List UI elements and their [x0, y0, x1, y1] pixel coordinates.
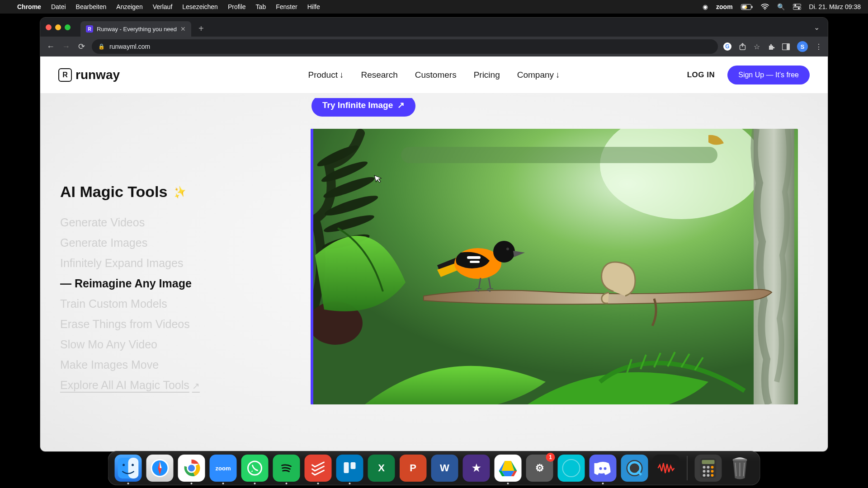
spotlight-icon[interactable]: 🔍	[777, 3, 785, 10]
menubar-app-name[interactable]: Chrome	[17, 3, 41, 10]
arrow-up-right-icon: ↗	[192, 381, 200, 391]
menu-bearbeiten[interactable]: Bearbeiten	[76, 3, 107, 10]
tool-generate-images[interactable]: Generate Images	[60, 236, 277, 249]
dock-discord[interactable]	[590, 455, 617, 482]
record-icon[interactable]: ◉	[703, 3, 708, 10]
dock-google-drive[interactable]	[495, 455, 522, 482]
nav-customers[interactable]: Customers	[415, 70, 457, 80]
close-window-icon[interactable]	[46, 24, 52, 30]
fullscreen-window-icon[interactable]	[65, 24, 71, 30]
dock-zoom[interactable]: zoom	[210, 455, 237, 482]
menu-profile[interactable]: Profile	[228, 3, 246, 10]
svg-point-32	[493, 241, 515, 263]
extensions-icon[interactable]	[767, 43, 775, 51]
svg-point-76	[711, 474, 714, 477]
menu-lesezeichen[interactable]: Lesezeichen	[182, 3, 218, 10]
battery-icon[interactable]: ⚡	[741, 4, 753, 10]
dock-chrome[interactable]	[178, 455, 205, 482]
explore-all-tools-link[interactable]: Explore All AI Magic Tools↗	[60, 379, 277, 392]
control-center-icon[interactable]	[793, 4, 801, 10]
svg-rect-67	[702, 460, 715, 464]
macos-menubar: Chrome Datei Bearbeiten Anzeigen Verlauf…	[0, 0, 868, 14]
profile-avatar[interactable]: S	[797, 41, 808, 52]
sidepanel-icon[interactable]	[782, 43, 790, 50]
svg-rect-14	[401, 147, 717, 163]
site-logo[interactable]: R runway	[58, 68, 120, 82]
menubar-datetime[interactable]: Di. 21. März 09:38	[809, 3, 861, 10]
dock-word[interactable]: W	[431, 455, 458, 482]
page-viewport: R runway Product↓ Research Customers Pri…	[40, 56, 828, 451]
dock-imovie[interactable]: ★	[463, 455, 490, 482]
dock-powerpoint[interactable]: P	[400, 455, 427, 482]
bookmark-icon[interactable]: ☆	[754, 42, 760, 51]
tool-images-move[interactable]: Make Images Move	[60, 358, 277, 371]
settings-badge: 1	[546, 453, 555, 462]
zoom-menubar-label[interactable]: zoom	[716, 3, 733, 10]
svg-point-6	[794, 5, 796, 6]
kebab-menu-icon[interactable]: ⋮	[815, 42, 822, 51]
google-account-icon[interactable]: G	[723, 42, 731, 51]
signup-button[interactable]: Sign Up — It's free	[727, 66, 810, 84]
svg-point-72	[707, 470, 710, 473]
svg-point-62	[599, 467, 602, 470]
nav-pricing[interactable]: Pricing	[474, 70, 500, 80]
dock-safari[interactable]	[146, 455, 174, 482]
dock-excel[interactable]: X	[368, 455, 395, 482]
tab-overflow-icon[interactable]: ⌄	[814, 23, 820, 32]
menu-hilfe[interactable]: Hilfe	[307, 3, 320, 10]
tool-expand-images[interactable]: Infinitely Expand Images	[60, 257, 277, 270]
nav-company[interactable]: Company↓	[517, 70, 560, 80]
dock-whatsapp[interactable]	[241, 455, 269, 482]
svg-text:⚡: ⚡	[744, 5, 748, 9]
section-title: AI Magic Tools ✨	[60, 183, 277, 201]
dock-system-settings[interactable]: ⚙1	[526, 455, 553, 482]
dock-todoist[interactable]	[305, 455, 332, 482]
tab-strip: R Runway - Everything you need ✕ + ⌄	[40, 18, 828, 37]
svg-point-70	[711, 466, 714, 469]
login-link[interactable]: LOG IN	[687, 70, 715, 80]
svg-point-69	[707, 466, 710, 469]
close-tab-icon[interactable]: ✕	[180, 25, 186, 33]
chevron-down-icon: ↓	[340, 70, 344, 80]
svg-point-8	[798, 8, 800, 9]
new-tab-button[interactable]: +	[198, 23, 204, 34]
dock-app-cyan[interactable]	[558, 455, 585, 482]
menu-datei[interactable]: Datei	[51, 3, 66, 10]
tool-erase-videos[interactable]: Erase Things from Videos	[60, 318, 277, 331]
arrow-up-right-icon: ↗	[397, 100, 405, 110]
svg-point-39	[123, 464, 125, 466]
dock-finder[interactable]	[115, 455, 142, 482]
dock-calculator[interactable]	[695, 455, 722, 482]
address-bar[interactable]: 🔒 runwayml.com	[92, 39, 718, 54]
reload-button[interactable]: ⟳	[76, 42, 86, 52]
tab-favicon-icon: R	[86, 25, 93, 33]
svg-point-4	[764, 9, 765, 10]
dock-quicktime[interactable]	[621, 455, 648, 482]
svg-point-73	[711, 470, 714, 473]
tab-title: Runway - Everything you need	[97, 26, 177, 33]
dock-trash[interactable]	[726, 455, 754, 482]
minimize-window-icon[interactable]	[55, 24, 61, 30]
tool-train-models[interactable]: Train Custom Models	[60, 297, 277, 310]
window-controls[interactable]	[46, 24, 71, 30]
try-infinite-image-button[interactable]: Try Infinite Image ↗	[311, 95, 415, 117]
tool-reimagine-image[interactable]: Reimagine Any Image	[60, 277, 277, 290]
svg-rect-38	[128, 458, 139, 479]
forward-button[interactable]: →	[61, 42, 71, 52]
browser-tab[interactable]: R Runway - Everything you need ✕	[80, 21, 191, 37]
menu-fenster[interactable]: Fenster	[276, 3, 297, 10]
menu-verlauf[interactable]: Verlauf	[153, 3, 173, 10]
nav-product[interactable]: Product↓	[308, 70, 344, 80]
menu-anzeigen[interactable]: Anzeigen	[116, 3, 142, 10]
nav-research[interactable]: Research	[361, 70, 397, 80]
wifi-icon[interactable]	[761, 4, 769, 10]
tool-generate-videos[interactable]: Generate Videos	[60, 216, 277, 229]
dock-voice-memos[interactable]	[653, 455, 680, 482]
dock-spotify[interactable]	[273, 455, 300, 482]
magic-wand-icon: ✨	[171, 183, 189, 200]
dock-trello[interactable]	[336, 455, 363, 482]
menu-tab[interactable]: Tab	[256, 3, 266, 10]
tool-slow-mo[interactable]: Slow Mo Any Video	[60, 338, 277, 351]
share-icon[interactable]	[739, 43, 746, 51]
back-button[interactable]: ←	[46, 42, 56, 52]
